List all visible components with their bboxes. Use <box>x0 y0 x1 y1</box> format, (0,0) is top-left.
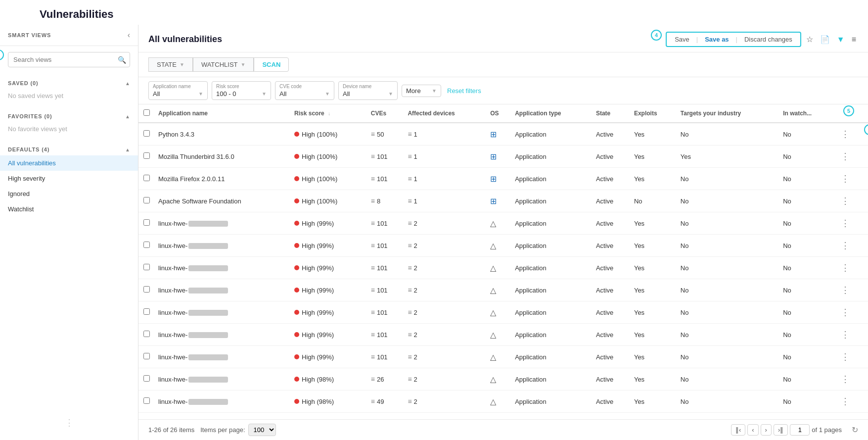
row-more-button[interactable]: ⋮ <box>838 128 853 141</box>
risk-text: High (99%) <box>302 220 334 227</box>
reset-filters-button[interactable]: Reset filters <box>447 87 481 95</box>
cves-value: 50 <box>377 131 384 138</box>
row-checkbox[interactable] <box>143 397 150 404</box>
export-icon-button[interactable]: 📄 <box>818 34 832 45</box>
targets-cell: Yes <box>677 146 779 168</box>
saved-section-header[interactable]: Saved (0) ▲ <box>0 77 138 89</box>
row-checkbox-cell[interactable] <box>138 346 154 368</box>
select-all-header[interactable] <box>138 104 154 123</box>
sidebar-more-dots[interactable]: ⋮ <box>65 417 74 428</box>
row-actions-cell[interactable]: ⋮ <box>834 190 868 212</box>
columns-icon-button[interactable]: ≡ <box>850 34 858 45</box>
row-more-button[interactable]: ⋮ <box>838 150 853 163</box>
row-checkbox-cell[interactable] <box>138 368 154 391</box>
row-actions-cell[interactable]: ⋮ <box>834 146 868 168</box>
row-checkbox-cell[interactable] <box>138 391 154 413</box>
save-as-button[interactable]: Save as <box>702 35 731 44</box>
search-views-input[interactable] <box>8 52 130 67</box>
row-checkbox[interactable] <box>143 264 150 270</box>
row-actions-cell[interactable]: ⋮ <box>834 279 868 301</box>
device-name-filter[interactable]: Device name All ▼ <box>338 81 398 100</box>
app-name-cell: linux-hwe- <box>154 391 290 413</box>
row-more-button[interactable]: ⋮ <box>838 306 853 319</box>
row-more-button[interactable]: ⋮ <box>838 217 853 230</box>
row-checkbox-cell[interactable] <box>138 257 154 279</box>
cve-code-filter[interactable]: CVE code All ▼ <box>275 81 334 100</box>
row-more-button[interactable]: ⋮ <box>838 261 853 274</box>
defaults-section-header[interactable]: Defaults (4) ▲ <box>0 144 138 155</box>
sidebar-close-button[interactable]: ‹ <box>128 31 130 40</box>
device-name-filter-value: All <box>343 90 350 98</box>
scan-filter-tab[interactable]: SCAN <box>254 57 289 72</box>
cves-cell: ≡ 26 <box>367 368 404 391</box>
save-button[interactable]: Save <box>672 35 692 44</box>
row-more-button[interactable]: ⋮ <box>838 417 853 419</box>
select-all-checkbox[interactable] <box>143 109 150 116</box>
row-checkbox[interactable] <box>143 308 150 315</box>
page-input[interactable] <box>790 424 810 436</box>
filter-icon-button[interactable]: ▼ <box>835 34 847 45</box>
row-checkbox[interactable] <box>143 197 150 203</box>
row-more-button[interactable]: ⋮ <box>838 239 853 252</box>
more-filter[interactable]: More ▼ <box>402 85 441 97</box>
row-actions-cell[interactable]: ⋮ <box>834 168 868 190</box>
row-checkbox[interactable] <box>143 353 150 359</box>
row-actions-cell[interactable]: ⋮ <box>834 368 868 391</box>
row-checkbox-cell[interactable] <box>138 146 154 168</box>
row-checkbox-cell[interactable] <box>138 168 154 190</box>
row-actions-cell[interactable]: ⋮ <box>834 324 868 346</box>
prev-page-button[interactable]: ‹ <box>747 424 758 436</box>
row-checkbox[interactable] <box>143 219 150 226</box>
application-name-filter[interactable]: Application name All ▼ <box>148 81 208 100</box>
row-actions-cell[interactable]: ⋮ <box>834 257 868 279</box>
risk-score-header[interactable]: Risk score ↓ <box>290 104 367 123</box>
risk-score-filter[interactable]: Risk score 100 - 0 ▼ <box>212 81 271 100</box>
sidebar-item-all-vulnerabilities[interactable]: All vulnerabilities <box>0 155 138 171</box>
state-filter-tab[interactable]: STATE ▼ <box>148 57 193 72</box>
next-page-button[interactable]: › <box>761 424 772 436</box>
row-more-button[interactable]: ⋮ <box>838 172 853 185</box>
row-checkbox[interactable] <box>143 375 150 382</box>
last-page-button[interactable]: ›‖ <box>774 424 788 436</box>
refresh-button[interactable]: ↻ <box>852 425 858 435</box>
first-page-button[interactable]: ‖‹ <box>731 424 745 436</box>
row-checkbox-cell[interactable] <box>138 279 154 301</box>
row-checkbox-cell[interactable] <box>138 413 154 420</box>
row-more-button[interactable]: ⋮ <box>838 328 853 341</box>
row-more-button[interactable]: ⋮ <box>838 373 853 386</box>
row-actions-cell[interactable]: ⋮ <box>834 391 868 413</box>
items-per-page-select[interactable]: 100 50 25 <box>248 424 276 436</box>
row-checkbox-cell[interactable] <box>138 301 154 324</box>
risk-text: High (98%) <box>302 376 334 383</box>
row-more-button[interactable]: ⋮ <box>838 395 853 408</box>
row-more-button[interactable]: ⋮ <box>838 350 853 363</box>
row-checkbox[interactable] <box>143 286 150 293</box>
row-actions-cell[interactable]: ⋮ <box>834 123 868 146</box>
sidebar-item-high-severity[interactable]: High severity <box>0 171 138 186</box>
star-icon-button[interactable]: ☆ <box>804 34 815 45</box>
sidebar-item-ignored[interactable]: Ignored <box>0 186 138 201</box>
discard-changes-button[interactable]: Discard changes <box>741 35 795 44</box>
watchlist-filter-tab[interactable]: WATCHLIST ▼ <box>193 57 254 72</box>
row-checkbox[interactable] <box>143 331 150 337</box>
row-checkbox-cell[interactable] <box>138 123 154 146</box>
risk-dot <box>294 288 299 293</box>
row-actions-cell[interactable]: ⋮ <box>834 212 868 235</box>
sidebar-item-watchlist[interactable]: Watchlist <box>0 201 138 217</box>
row-actions-cell[interactable]: ⋮ <box>834 235 868 257</box>
row-actions-cell[interactable]: ⋮ <box>834 346 868 368</box>
row-checkbox-cell[interactable] <box>138 212 154 235</box>
favorites-section-header[interactable]: Favorites (0) ▲ <box>0 110 138 122</box>
row-checkbox-cell[interactable] <box>138 324 154 346</box>
state-chevron-icon: ▼ <box>180 62 184 67</box>
row-actions-cell[interactable]: ⋮ <box>834 413 868 420</box>
row-more-button[interactable]: ⋮ <box>838 284 853 296</box>
row-checkbox[interactable] <box>143 175 150 181</box>
row-checkbox-cell[interactable] <box>138 235 154 257</box>
row-checkbox[interactable] <box>143 152 150 159</box>
row-more-button[interactable]: ⋮ <box>838 195 853 207</box>
row-checkbox[interactable] <box>143 242 150 248</box>
row-checkbox-cell[interactable] <box>138 190 154 212</box>
row-actions-cell[interactable]: ⋮ <box>834 301 868 324</box>
row-checkbox[interactable] <box>143 130 150 137</box>
